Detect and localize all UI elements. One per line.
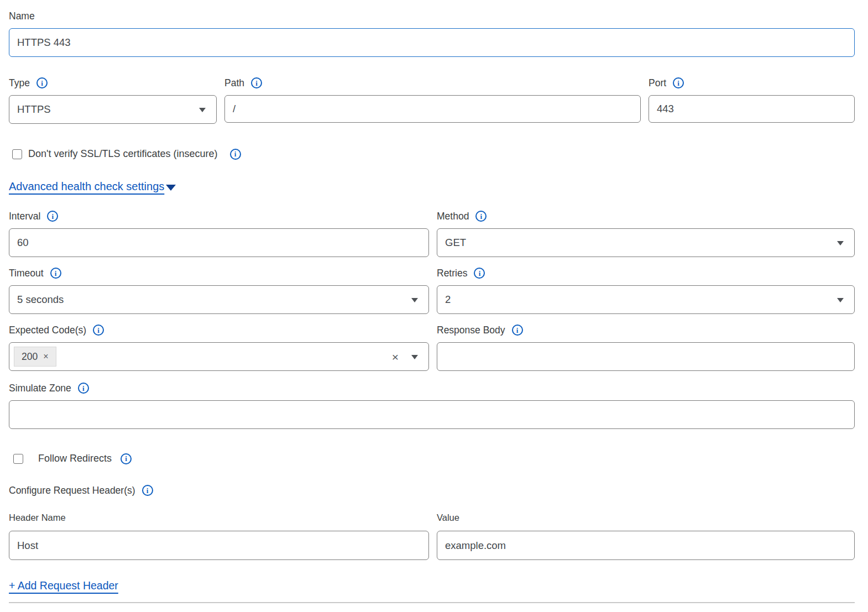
chevron-down-icon [837, 241, 844, 245]
type-field: Type HTTPS [9, 77, 217, 124]
expected-code-chip-text: 200 [22, 351, 38, 363]
path-input[interactable] [224, 95, 641, 123]
type-label: Type [9, 77, 217, 89]
expected-codes-label: Expected Code(s) [9, 324, 429, 336]
method-label: Method [437, 210, 855, 222]
interval-label: Interval [9, 210, 429, 222]
request-headers-section-label-text: Configure Request Header(s) [9, 485, 135, 496]
name-input[interactable] [9, 28, 855, 57]
port-input[interactable] [649, 95, 855, 123]
interval-field: Interval [9, 210, 429, 257]
advanced-settings-link-text[interactable]: Advanced health check settings [9, 180, 164, 193]
simulate-zone-label-text: Simulate Zone [9, 383, 71, 394]
advanced-settings-link[interactable]: Advanced health check settings [9, 180, 176, 193]
follow-redirects-label: Follow Redirects [38, 453, 112, 464]
expected-codes-label-text: Expected Code(s) [9, 325, 86, 336]
header-value-input[interactable] [437, 531, 855, 560]
retries-select-value: 2 [445, 294, 451, 306]
retries-label: Retries [437, 267, 855, 279]
timeout-select-value: 5 seconds [17, 294, 64, 306]
method-info-icon[interactable] [475, 211, 487, 222]
timeout-info-icon[interactable] [50, 268, 61, 279]
simulate-zone-info-icon[interactable] [78, 383, 89, 394]
method-field: Method GET [437, 210, 855, 257]
expected-codes-info-icon[interactable] [93, 325, 104, 336]
request-headers-info-icon[interactable] [142, 485, 153, 496]
response-body-input[interactable] [437, 342, 855, 371]
path-field: Path [224, 77, 641, 124]
port-label: Port [649, 77, 855, 89]
path-info-icon[interactable] [251, 77, 262, 88]
simulate-zone-label: Simulate Zone [9, 382, 855, 394]
method-select[interactable]: GET [437, 228, 855, 257]
port-info-icon[interactable] [673, 77, 684, 88]
type-select-value: HTTPS [17, 103, 51, 116]
request-headers-section-label: Configure Request Header(s) [9, 484, 855, 496]
response-body-field: Response Body [437, 324, 855, 371]
expected-codes-multiselect[interactable]: 200 [9, 342, 429, 371]
chevron-down-icon [837, 298, 844, 302]
retries-info-icon[interactable] [474, 268, 485, 279]
chevron-down-icon [411, 298, 418, 302]
path-label: Path [224, 77, 641, 89]
header-name-column-label: Header Name [9, 512, 429, 523]
header-name-field: Header Name [9, 512, 429, 560]
header-value-field: Value [437, 512, 855, 560]
section-divider [9, 602, 855, 603]
retries-select[interactable]: 2 [437, 285, 855, 314]
method-label-text: Method [437, 211, 469, 222]
ssl-verify-checkbox[interactable] [12, 149, 22, 159]
timeout-label-text: Timeout [9, 268, 44, 279]
type-select[interactable]: HTTPS [9, 95, 217, 124]
follow-redirects-info-icon[interactable] [121, 453, 132, 464]
chevron-down-icon [199, 108, 206, 112]
name-label: Name [9, 10, 855, 22]
port-field: Port [649, 77, 855, 124]
interval-label-text: Interval [9, 211, 40, 222]
health-check-form: Name Type HTTPS Path Port [9, 0, 855, 603]
type-info-icon[interactable] [36, 77, 48, 88]
interval-info-icon[interactable] [47, 211, 58, 222]
port-label-text: Port [649, 77, 666, 89]
clear-all-icon[interactable] [392, 351, 399, 363]
header-value-column-label-text: Value [437, 512, 459, 523]
chevron-down-icon[interactable] [411, 355, 418, 359]
timeout-select[interactable]: 5 seconds [9, 285, 429, 314]
timeout-label: Timeout [9, 267, 429, 279]
timeout-field: Timeout 5 seconds [9, 267, 429, 314]
header-value-column-label: Value [437, 512, 855, 523]
header-name-input[interactable] [9, 531, 429, 560]
remove-chip-icon[interactable] [43, 352, 48, 361]
simulate-zone-input[interactable] [9, 400, 855, 429]
ssl-verify-label: Don't verify SSL/TLS certificates (insec… [28, 148, 218, 160]
add-request-header-link[interactable]: + Add Request Header [9, 579, 118, 592]
follow-redirects-checkbox[interactable] [13, 454, 23, 464]
path-label-text: Path [224, 77, 244, 89]
response-body-label-text: Response Body [437, 325, 505, 336]
type-label-text: Type [9, 77, 30, 89]
retries-field: Retries 2 [437, 267, 855, 314]
triangle-down-icon [166, 185, 176, 191]
ssl-verify-info-icon[interactable] [230, 149, 241, 160]
expected-code-chip: 200 [14, 347, 56, 367]
method-select-value: GET [445, 237, 466, 249]
response-body-info-icon[interactable] [512, 325, 523, 336]
expected-codes-field: Expected Code(s) 200 [9, 324, 429, 371]
name-label-text: Name [9, 11, 35, 22]
request-header-row: Header Name Value [9, 512, 855, 560]
header-name-column-label-text: Header Name [9, 512, 66, 523]
interval-input[interactable] [9, 228, 429, 257]
response-body-label: Response Body [437, 324, 855, 336]
retries-label-text: Retries [437, 268, 467, 279]
